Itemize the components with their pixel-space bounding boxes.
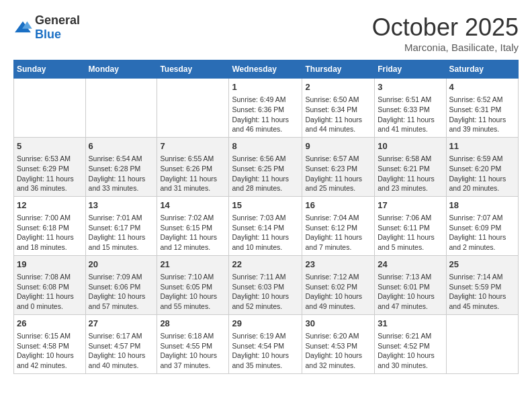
- day-info: Sunrise: 6:54 AMSunset: 6:28 PMDaylight:…: [89, 154, 154, 193]
- calendar-cell: 22Sunrise: 7:11 AMSunset: 6:03 PMDayligh…: [229, 255, 302, 314]
- day-number: 30: [305, 318, 371, 330]
- weekday-header-thursday: Thursday: [302, 60, 375, 79]
- calendar-cell: 11Sunrise: 6:59 AMSunset: 6:20 PMDayligh…: [446, 137, 518, 196]
- day-number: 12: [17, 199, 83, 212]
- calendar-title: October 2025: [372, 13, 519, 42]
- day-number: 28: [160, 318, 226, 330]
- day-info: Sunrise: 6:49 AMSunset: 6:36 PMDaylight:…: [232, 95, 299, 134]
- day-info: Sunrise: 7:10 AMSunset: 6:05 PMDaylight:…: [160, 272, 226, 312]
- day-info: Sunrise: 6:20 AMSunset: 4:53 PMDaylight:…: [305, 331, 371, 371]
- day-info: Sunrise: 6:55 AMSunset: 6:26 PMDaylight:…: [160, 154, 226, 193]
- day-number: 29: [232, 318, 299, 330]
- day-number: 6: [89, 140, 154, 152]
- calendar-cell: 23Sunrise: 7:12 AMSunset: 6:02 PMDayligh…: [302, 255, 375, 314]
- weekday-header-saturday: Saturday: [446, 60, 518, 79]
- day-number: 24: [378, 259, 443, 271]
- weekday-header-tuesday: Tuesday: [157, 60, 229, 79]
- day-number: 25: [449, 259, 515, 271]
- logo-general: General: [35, 13, 80, 27]
- calendar-cell: 25Sunrise: 7:14 AMSunset: 5:59 PMDayligh…: [446, 255, 518, 314]
- calendar-cell: 26Sunrise: 6:15 AMSunset: 4:58 PMDayligh…: [14, 314, 86, 373]
- day-number: 20: [89, 259, 154, 271]
- day-info: Sunrise: 7:08 AMSunset: 6:08 PMDaylight:…: [17, 272, 83, 312]
- title-block: October 2025 Marconia, Basilicate, Italy: [372, 13, 519, 53]
- calendar-cell: 10Sunrise: 6:58 AMSunset: 6:21 PMDayligh…: [375, 137, 446, 196]
- day-info: Sunrise: 6:18 AMSunset: 4:55 PMDaylight:…: [160, 331, 226, 371]
- weekday-header-wednesday: Wednesday: [229, 60, 302, 79]
- calendar-week-row: 12Sunrise: 7:00 AMSunset: 6:18 PMDayligh…: [14, 196, 519, 255]
- day-info: Sunrise: 7:00 AMSunset: 6:18 PMDaylight:…: [17, 213, 83, 253]
- calendar-cell: 7Sunrise: 6:55 AMSunset: 6:26 PMDaylight…: [157, 137, 229, 196]
- day-info: Sunrise: 6:56 AMSunset: 6:25 PMDaylight:…: [232, 154, 299, 193]
- day-info: Sunrise: 6:51 AMSunset: 6:33 PMDaylight:…: [378, 95, 443, 134]
- day-number: 5: [17, 140, 83, 152]
- weekday-header-row: SundayMondayTuesdayWednesdayThursdayFrid…: [14, 60, 519, 79]
- day-number: 13: [89, 199, 154, 212]
- calendar-cell: 28Sunrise: 6:18 AMSunset: 4:55 PMDayligh…: [157, 314, 229, 373]
- calendar-cell: 9Sunrise: 6:57 AMSunset: 6:23 PMDaylight…: [302, 137, 375, 196]
- calendar-cell: [446, 314, 518, 373]
- day-info: Sunrise: 6:15 AMSunset: 4:58 PMDaylight:…: [17, 331, 83, 371]
- weekday-header-monday: Monday: [85, 60, 157, 79]
- day-number: 7: [160, 140, 226, 152]
- day-number: 1: [232, 81, 299, 93]
- logo-blue: Blue: [35, 28, 61, 41]
- calendar-cell: 14Sunrise: 7:02 AMSunset: 6:15 PMDayligh…: [157, 196, 229, 255]
- day-number: 27: [89, 318, 154, 330]
- day-info: Sunrise: 6:17 AMSunset: 4:57 PMDaylight:…: [89, 331, 154, 371]
- calendar-cell: 12Sunrise: 7:00 AMSunset: 6:18 PMDayligh…: [14, 196, 86, 255]
- weekday-header-friday: Friday: [375, 60, 446, 79]
- calendar-week-row: 1Sunrise: 6:49 AMSunset: 6:36 PMDaylight…: [14, 79, 519, 138]
- day-info: Sunrise: 7:02 AMSunset: 6:15 PMDaylight:…: [160, 213, 226, 253]
- calendar-cell: [14, 79, 86, 138]
- calendar-cell: 3Sunrise: 6:51 AMSunset: 6:33 PMDaylight…: [375, 79, 446, 138]
- day-number: 3: [378, 81, 443, 93]
- day-number: 9: [305, 140, 371, 152]
- day-number: 2: [305, 81, 371, 93]
- calendar-cell: 31Sunrise: 6:21 AMSunset: 4:52 PMDayligh…: [375, 314, 446, 373]
- day-info: Sunrise: 6:50 AMSunset: 6:34 PMDaylight:…: [305, 95, 371, 134]
- calendar-cell: 1Sunrise: 6:49 AMSunset: 6:36 PMDaylight…: [229, 79, 302, 138]
- calendar-cell: 16Sunrise: 7:04 AMSunset: 6:12 PMDayligh…: [302, 196, 375, 255]
- calendar-cell: [157, 79, 229, 138]
- calendar-week-row: 5Sunrise: 6:53 AMSunset: 6:29 PMDaylight…: [14, 137, 519, 196]
- day-number: 14: [160, 199, 226, 212]
- day-number: 11: [449, 140, 515, 152]
- day-info: Sunrise: 6:57 AMSunset: 6:23 PMDaylight:…: [305, 154, 371, 193]
- day-info: Sunrise: 7:13 AMSunset: 6:01 PMDaylight:…: [378, 272, 443, 312]
- day-info: Sunrise: 7:04 AMSunset: 6:12 PMDaylight:…: [305, 213, 371, 253]
- calendar-cell: 29Sunrise: 6:19 AMSunset: 4:54 PMDayligh…: [229, 314, 302, 373]
- calendar-cell: 21Sunrise: 7:10 AMSunset: 6:05 PMDayligh…: [157, 255, 229, 314]
- day-info: Sunrise: 7:07 AMSunset: 6:09 PMDaylight:…: [449, 213, 515, 253]
- day-info: Sunrise: 7:03 AMSunset: 6:14 PMDaylight:…: [232, 213, 299, 253]
- calendar-subtitle: Marconia, Basilicate, Italy: [372, 42, 519, 53]
- calendar-cell: 20Sunrise: 7:09 AMSunset: 6:06 PMDayligh…: [85, 255, 157, 314]
- day-number: 19: [17, 259, 83, 271]
- calendar-cell: 6Sunrise: 6:54 AMSunset: 6:28 PMDaylight…: [85, 137, 157, 196]
- day-info: Sunrise: 6:52 AMSunset: 6:31 PMDaylight:…: [449, 95, 515, 134]
- day-number: 4: [449, 81, 515, 93]
- day-number: 18: [449, 199, 515, 212]
- day-number: 8: [232, 140, 299, 152]
- day-number: 10: [378, 140, 443, 152]
- day-info: Sunrise: 7:09 AMSunset: 6:06 PMDaylight:…: [89, 272, 154, 312]
- calendar-cell: 17Sunrise: 7:06 AMSunset: 6:11 PMDayligh…: [375, 196, 446, 255]
- weekday-header-sunday: Sunday: [14, 60, 86, 79]
- page-header: General Blue October 2025 Marconia, Basi…: [13, 13, 519, 53]
- day-number: 21: [160, 259, 226, 271]
- day-number: 31: [378, 318, 443, 330]
- day-number: 16: [305, 199, 371, 212]
- calendar-table: SundayMondayTuesdayWednesdayThursdayFrid…: [13, 60, 519, 374]
- day-number: 26: [17, 318, 83, 330]
- day-info: Sunrise: 6:19 AMSunset: 4:54 PMDaylight:…: [232, 331, 299, 371]
- calendar-week-row: 19Sunrise: 7:08 AMSunset: 6:08 PMDayligh…: [14, 255, 519, 314]
- calendar-cell: 2Sunrise: 6:50 AMSunset: 6:34 PMDaylight…: [302, 79, 375, 138]
- calendar-cell: 15Sunrise: 7:03 AMSunset: 6:14 PMDayligh…: [229, 196, 302, 255]
- day-info: Sunrise: 6:21 AMSunset: 4:52 PMDaylight:…: [378, 331, 443, 371]
- calendar-cell: 27Sunrise: 6:17 AMSunset: 4:57 PMDayligh…: [85, 314, 157, 373]
- calendar-week-row: 26Sunrise: 6:15 AMSunset: 4:58 PMDayligh…: [14, 314, 519, 373]
- calendar-cell: 24Sunrise: 7:13 AMSunset: 6:01 PMDayligh…: [375, 255, 446, 314]
- day-info: Sunrise: 7:06 AMSunset: 6:11 PMDaylight:…: [378, 213, 443, 253]
- day-info: Sunrise: 6:58 AMSunset: 6:21 PMDaylight:…: [378, 154, 443, 193]
- calendar-cell: 19Sunrise: 7:08 AMSunset: 6:08 PMDayligh…: [14, 255, 86, 314]
